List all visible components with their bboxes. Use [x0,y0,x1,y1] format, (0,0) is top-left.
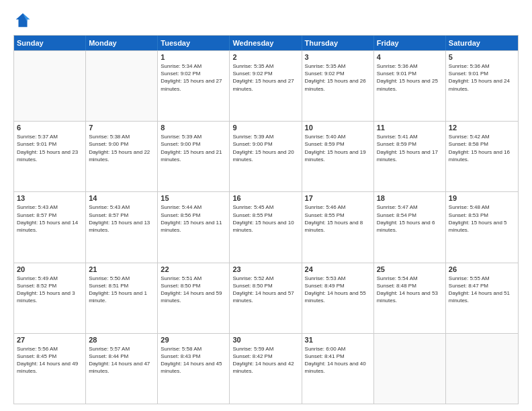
day-cell-16: 16Sunrise: 5:45 AM Sunset: 8:55 PM Dayli… [230,192,302,262]
day-info: Sunrise: 5:39 AM Sunset: 9:00 PM Dayligh… [232,133,298,163]
week-row-5: 27Sunrise: 5:56 AM Sunset: 8:45 PM Dayli… [14,333,518,404]
day-cell-6: 6Sunrise: 5:37 AM Sunset: 9:01 PM Daylig… [14,122,86,191]
day-cell-18: 18Sunrise: 5:47 AM Sunset: 8:54 PM Dayli… [374,192,446,262]
logo [13,11,35,30]
day-cell-29: 29Sunrise: 5:58 AM Sunset: 8:43 PM Dayli… [158,334,230,404]
day-info: Sunrise: 5:36 AM Sunset: 9:01 PM Dayligh… [449,62,515,93]
day-info: Sunrise: 5:46 AM Sunset: 8:55 PM Dayligh… [305,203,371,234]
week-row-1: 1Sunrise: 5:34 AM Sunset: 9:02 PM Daylig… [14,50,518,121]
day-cell-8: 8Sunrise: 5:39 AM Sunset: 9:00 PM Daylig… [158,122,230,191]
day-number: 20 [17,265,83,273]
header [13,11,519,30]
day-cell-13: 13Sunrise: 5:43 AM Sunset: 8:57 PM Dayli… [14,192,86,262]
day-info: Sunrise: 5:59 AM Sunset: 8:42 PM Dayligh… [232,345,298,375]
day-cell-21: 21Sunrise: 5:50 AM Sunset: 8:51 PM Dayli… [86,263,158,333]
day-number: 12 [449,124,515,132]
day-number: 9 [232,124,298,132]
day-info: Sunrise: 5:58 AM Sunset: 8:43 PM Dayligh… [161,345,226,375]
header-day-friday: Friday [374,36,446,50]
day-number: 13 [17,194,83,202]
day-cell-3: 3Sunrise: 5:35 AM Sunset: 9:02 PM Daylig… [302,51,374,121]
header-day-monday: Monday [86,36,158,50]
day-number: 31 [305,336,371,344]
week-row-3: 13Sunrise: 5:43 AM Sunset: 8:57 PM Dayli… [14,191,518,262]
day-number: 24 [305,265,371,273]
header-day-tuesday: Tuesday [158,36,230,50]
day-cell-27: 27Sunrise: 5:56 AM Sunset: 8:45 PM Dayli… [14,334,86,404]
day-cell-7: 7Sunrise: 5:38 AM Sunset: 9:00 PM Daylig… [86,122,158,191]
day-cell-31: 31Sunrise: 6:00 AM Sunset: 8:41 PM Dayli… [302,334,374,404]
day-number: 27 [17,336,83,344]
day-info: Sunrise: 5:45 AM Sunset: 8:55 PM Dayligh… [232,203,298,234]
header-day-sunday: Sunday [14,36,86,50]
day-info: Sunrise: 5:44 AM Sunset: 8:56 PM Dayligh… [161,203,226,234]
day-number: 17 [305,194,371,202]
day-info: Sunrise: 5:43 AM Sunset: 8:57 PM Dayligh… [89,203,154,234]
calendar-header: SundayMondayTuesdayWednesdayThursdayFrid… [14,36,518,50]
svg-marker-0 [16,13,30,28]
day-cell-30: 30Sunrise: 5:59 AM Sunset: 8:42 PM Dayli… [230,334,302,404]
day-cell-24: 24Sunrise: 5:53 AM Sunset: 8:49 PM Dayli… [302,263,374,333]
day-cell-1: 1Sunrise: 5:34 AM Sunset: 9:02 PM Daylig… [158,51,230,121]
day-cell-23: 23Sunrise: 5:52 AM Sunset: 8:50 PM Dayli… [230,263,302,333]
day-cell-19: 19Sunrise: 5:48 AM Sunset: 8:53 PM Dayli… [446,192,518,262]
day-info: Sunrise: 5:34 AM Sunset: 9:02 PM Dayligh… [161,62,226,93]
day-cell-20: 20Sunrise: 5:49 AM Sunset: 8:52 PM Dayli… [14,263,86,333]
day-info: Sunrise: 5:53 AM Sunset: 8:49 PM Dayligh… [305,275,371,305]
day-cell-28: 28Sunrise: 5:57 AM Sunset: 8:44 PM Dayli… [86,334,158,404]
header-day-wednesday: Wednesday [230,36,302,50]
day-info: Sunrise: 5:39 AM Sunset: 9:00 PM Dayligh… [161,133,226,163]
day-cell-22: 22Sunrise: 5:51 AM Sunset: 8:50 PM Dayli… [158,263,230,333]
day-number: 6 [17,124,83,132]
logo-icon [13,11,32,30]
day-info: Sunrise: 5:37 AM Sunset: 9:01 PM Dayligh… [17,133,83,163]
week-row-2: 6Sunrise: 5:37 AM Sunset: 9:01 PM Daylig… [14,121,518,191]
empty-cell [374,334,446,404]
empty-cell [86,51,158,121]
day-cell-5: 5Sunrise: 5:36 AM Sunset: 9:01 PM Daylig… [446,51,518,121]
day-number: 16 [232,194,298,202]
day-cell-2: 2Sunrise: 5:35 AM Sunset: 9:02 PM Daylig… [230,51,302,121]
day-info: Sunrise: 5:42 AM Sunset: 8:58 PM Dayligh… [449,133,515,163]
day-info: Sunrise: 5:49 AM Sunset: 8:52 PM Dayligh… [17,275,83,305]
calendar: SundayMondayTuesdayWednesdayThursdayFrid… [13,35,519,404]
day-number: 28 [89,336,154,344]
day-number: 29 [161,336,226,344]
day-number: 7 [89,124,154,132]
empty-cell [14,51,86,121]
day-number: 25 [377,265,443,273]
day-number: 21 [89,265,154,273]
day-number: 8 [161,124,226,132]
day-cell-4: 4Sunrise: 5:36 AM Sunset: 9:01 PM Daylig… [374,51,446,121]
day-info: Sunrise: 5:40 AM Sunset: 8:59 PM Dayligh… [305,133,371,163]
day-info: Sunrise: 5:50 AM Sunset: 8:51 PM Dayligh… [89,275,154,305]
day-info: Sunrise: 5:55 AM Sunset: 8:47 PM Dayligh… [449,275,515,305]
day-info: Sunrise: 5:54 AM Sunset: 8:48 PM Dayligh… [377,275,443,305]
day-number: 14 [89,194,154,202]
day-info: Sunrise: 5:35 AM Sunset: 9:02 PM Dayligh… [232,62,298,93]
day-cell-26: 26Sunrise: 5:55 AM Sunset: 8:47 PM Dayli… [446,263,518,333]
day-cell-10: 10Sunrise: 5:40 AM Sunset: 8:59 PM Dayli… [302,122,374,191]
day-number: 26 [449,265,515,273]
header-day-saturday: Saturday [446,36,518,50]
day-number: 5 [449,53,515,61]
day-info: Sunrise: 5:57 AM Sunset: 8:44 PM Dayligh… [89,345,154,375]
day-cell-9: 9Sunrise: 5:39 AM Sunset: 9:00 PM Daylig… [230,122,302,191]
page: SundayMondayTuesdayWednesdayThursdayFrid… [0,0,532,411]
day-number: 10 [305,124,371,132]
day-info: Sunrise: 5:38 AM Sunset: 9:00 PM Dayligh… [89,133,154,163]
day-number: 3 [305,53,371,61]
day-info: Sunrise: 5:36 AM Sunset: 9:01 PM Dayligh… [377,62,443,93]
day-info: Sunrise: 5:41 AM Sunset: 8:59 PM Dayligh… [377,133,443,163]
day-cell-11: 11Sunrise: 5:41 AM Sunset: 8:59 PM Dayli… [374,122,446,191]
day-number: 2 [232,53,298,61]
day-cell-12: 12Sunrise: 5:42 AM Sunset: 8:58 PM Dayli… [446,122,518,191]
day-cell-15: 15Sunrise: 5:44 AM Sunset: 8:56 PM Dayli… [158,192,230,262]
week-row-4: 20Sunrise: 5:49 AM Sunset: 8:52 PM Dayli… [14,263,518,333]
day-number: 11 [377,124,443,132]
calendar-body: 1Sunrise: 5:34 AM Sunset: 9:02 PM Daylig… [14,50,518,404]
day-cell-17: 17Sunrise: 5:46 AM Sunset: 8:55 PM Dayli… [302,192,374,262]
day-cell-14: 14Sunrise: 5:43 AM Sunset: 8:57 PM Dayli… [86,192,158,262]
day-number: 19 [449,194,515,202]
header-day-thursday: Thursday [302,36,374,50]
